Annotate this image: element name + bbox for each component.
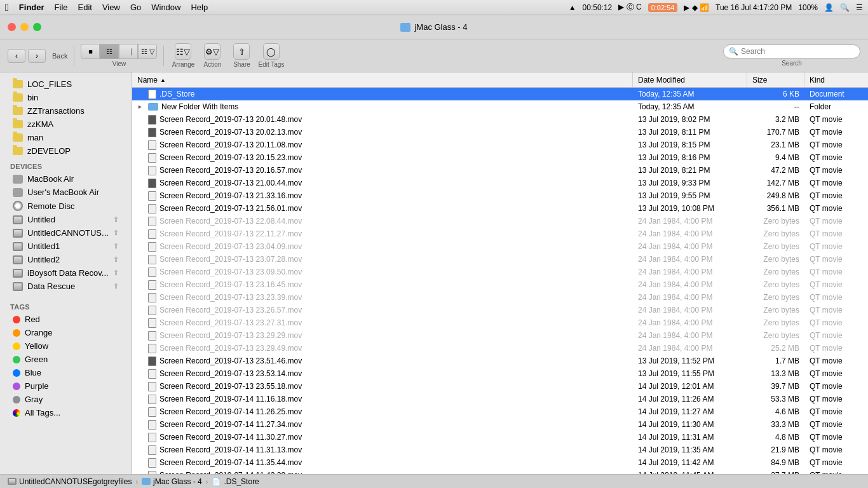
menu-list-icon[interactable]: ☰ — [856, 3, 863, 12]
table-row[interactable]: Screen Record_2019-07-13 20.01.48.mov 13… — [132, 113, 868, 126]
table-row[interactable]: Screen Record_2019-07-14 11.30.27.mov 14… — [132, 431, 868, 444]
mov-icon — [148, 229, 156, 239]
table-row[interactable]: Screen Record_2019-07-13 21.33.16.mov 13… — [132, 189, 868, 202]
sidebar-device-iboysoft-data-recov[interactable]: iBoysoft Data Recov...⇧ — [3, 266, 129, 280]
table-row[interactable]: Screen Record_2019-07-13 21.00.44.mov 13… — [132, 177, 868, 189]
search-input[interactable] — [741, 47, 855, 56]
menu-window[interactable]: Window — [151, 3, 180, 12]
menu-help[interactable]: Help — [191, 3, 208, 12]
menu-search-icon[interactable]: 🔍 — [840, 3, 850, 12]
sidebar-device-untitled[interactable]: Untitled⇧ — [3, 213, 129, 226]
sidebar-device-untitledcannotus[interactable]: UntitledCANNOTUS...⇧ — [3, 226, 129, 240]
col-header-name[interactable]: Name ▲ — [132, 72, 633, 87]
file-name: Screen Record_2019-07-13 23.04.09.mov — [159, 242, 302, 251]
table-row[interactable]: Screen Record_2019-07-13 23.53.14.mov 13… — [132, 367, 868, 380]
menu-view[interactable]: View — [102, 3, 120, 12]
sidebar-item-zzkma[interactable]: zzKMA — [3, 118, 129, 131]
eject-icon[interactable]: ⇧ — [113, 282, 119, 290]
breadcrumb-drive[interactable]: UntitledCANNOTUSEgotgreyfiles — [8, 477, 132, 486]
table-row[interactable]: .DS_Store Today, 12:35 AM 6 KB Document — [132, 88, 868, 100]
sidebar-item-man[interactable]: man — [3, 131, 129, 144]
close-button[interactable] — [8, 23, 16, 31]
table-row[interactable]: Screen Record_2019-07-13 23.29.29.mov 24… — [132, 329, 868, 342]
table-row[interactable]: Screen Record_2019-07-13 22.08.44.mov 24… — [132, 215, 868, 227]
table-row[interactable]: Screen Record_2019-07-13 21.56.01.mov 13… — [132, 202, 868, 215]
col-header-kind[interactable]: Kind — [804, 72, 868, 87]
table-row[interactable]: Screen Record_2019-07-13 23.04.09.mov 24… — [132, 240, 868, 253]
share-button[interactable]: ⇧ — [233, 43, 250, 60]
table-row[interactable]: Screen Record_2019-07-14 11.31.13.mov 14… — [132, 444, 868, 456]
edit-tags-button[interactable]: ◯ — [263, 43, 280, 60]
table-row[interactable]: Screen Record_2019-07-13 22.11.27.mov 24… — [132, 227, 868, 240]
file-date-cell: 14 Jul 2019, 11:31 AM — [633, 433, 747, 442]
table-row[interactable]: Screen Record_2019-07-13 23.27.31.mov 24… — [132, 316, 868, 329]
sidebar-tag-purple[interactable]: Purple — [3, 379, 129, 393]
sidebar-device-untitled1[interactable]: Untitled1⇧ — [3, 240, 129, 253]
maximize-button[interactable] — [33, 23, 41, 31]
table-row[interactable]: Screen Record_2019-07-13 23.51.46.mov 13… — [132, 355, 868, 367]
col-header-size[interactable]: Size — [747, 72, 804, 87]
table-row[interactable]: Screen Record_2019-07-13 20.02.13.mov 13… — [132, 126, 868, 139]
minimize-button[interactable] — [20, 23, 29, 31]
sidebar-tag-red[interactable]: Red — [3, 313, 129, 326]
sidebar-item-zztransactions[interactable]: ZZTransactions — [3, 104, 129, 118]
view-icon-button[interactable]: ■ — [81, 44, 100, 59]
table-row[interactable]: Screen Record_2019-07-14 11.27.34.mov 14… — [132, 418, 868, 431]
sidebar-tag-blue[interactable]: Blue — [3, 366, 129, 379]
back-button[interactable]: ‹ — [8, 49, 25, 63]
sidebar-tag-gray[interactable]: Gray — [3, 393, 129, 406]
table-row[interactable]: Screen Record_2019-07-13 23.23.39.mov 24… — [132, 291, 868, 304]
table-row[interactable]: ► New Folder With Items Today, 12:35 AM … — [132, 100, 868, 113]
sidebar-tag-orange[interactable]: Orange — [3, 326, 129, 339]
eject-icon[interactable]: ⇧ — [113, 215, 119, 224]
table-row[interactable]: Screen Record_2019-07-13 23.07.28.mov 24… — [132, 253, 868, 266]
forward-button[interactable]: › — [28, 49, 46, 63]
sidebar-device-remote-disc[interactable]: Remote Disc — [3, 199, 129, 213]
menu-file[interactable]: File — [55, 3, 68, 12]
col-header-date[interactable]: Date Modified — [633, 72, 747, 87]
eject-icon[interactable]: ⇧ — [113, 269, 119, 277]
table-row[interactable]: Screen Record_2019-07-13 20.16.57.mov 13… — [132, 164, 868, 177]
expand-arrow[interactable]: ► — [137, 104, 145, 110]
table-row[interactable]: Screen Record_2019-07-14 11.26.25.mov 14… — [132, 405, 868, 418]
table-row[interactable]: Screen Record_2019-07-13 20.15.23.mov 13… — [132, 151, 868, 164]
table-row[interactable]: Screen Record_2019-07-13 23.29.49.mov 24… — [132, 342, 868, 355]
file-kind-cell: QT movie — [804, 229, 868, 238]
sidebar-device-macbook-air[interactable]: MacBook Air — [3, 172, 129, 186]
view-list-button[interactable]: ☷ — [100, 44, 119, 59]
search-input-wrap[interactable]: 🔍 — [723, 44, 860, 58]
arrange-button[interactable]: ☷▽ — [175, 43, 191, 60]
table-row[interactable]: Screen Record_2019-07-13 23.55.18.mov 14… — [132, 380, 868, 393]
breadcrumb-file[interactable]: 📄 .DS_Store — [212, 477, 259, 486]
table-row[interactable]: Screen Record_2019-07-14 11.35.44.mov 14… — [132, 456, 868, 469]
menu-edit[interactable]: Edit — [78, 3, 92, 12]
sidebar-item-zdevelop[interactable]: zDEVELOP — [3, 144, 129, 158]
table-row[interactable]: Screen Record_2019-07-13 23.09.50.mov 24… — [132, 266, 868, 278]
eject-icon[interactable]: ⇧ — [113, 255, 119, 264]
table-row[interactable]: Screen Record_2019-07-14 11.42.38.mov 14… — [132, 469, 868, 474]
menu-finder[interactable]: Finder — [19, 3, 44, 12]
table-row[interactable]: Screen Record_2019-07-14 11.16.18.mov 14… — [132, 393, 868, 405]
sidebar-device-user's-macbook-air[interactable]: User's MacBook Air — [3, 186, 129, 199]
sidebar-tag-all-tags[interactable]: All Tags... — [3, 406, 129, 419]
sidebar-device-untitled2[interactable]: Untitled2⇧ — [3, 253, 129, 266]
view-gallery-button[interactable]: ☷ ▽ — [138, 44, 157, 59]
file-kind-cell: QT movie — [804, 217, 868, 226]
action-button[interactable]: ⚙▽ — [204, 43, 220, 60]
eject-icon[interactable]: ⇧ — [113, 242, 119, 250]
apple-menu[interactable]:  — [5, 2, 9, 13]
file-name: Screen Record_2019-07-13 23.29.49.mov — [159, 344, 302, 353]
sidebar-item-bin[interactable]: bin — [3, 91, 129, 104]
table-row[interactable]: Screen Record_2019-07-13 20.11.08.mov 13… — [132, 139, 868, 151]
view-column-button[interactable]: ⎹ — [119, 44, 138, 59]
eject-icon[interactable]: ⇧ — [113, 229, 119, 237]
sidebar-tag-yellow[interactable]: Yellow — [3, 339, 129, 353]
menu-go[interactable]: Go — [130, 3, 141, 12]
table-row[interactable]: Screen Record_2019-07-13 23.16.45.mov 24… — [132, 278, 868, 291]
breadcrumb-folder[interactable]: jMac Glass - 4 — [142, 477, 202, 486]
menu-user-icon[interactable]: 👤 — [824, 3, 834, 12]
table-row[interactable]: Screen Record_2019-07-13 23.26.57.mov 24… — [132, 304, 868, 316]
sidebar-device-data-rescue[interactable]: Data Rescue⇧ — [3, 280, 129, 293]
sidebar-item-loc_files[interactable]: LOC_FILES — [3, 78, 129, 91]
sidebar-tag-green[interactable]: Green — [3, 353, 129, 366]
